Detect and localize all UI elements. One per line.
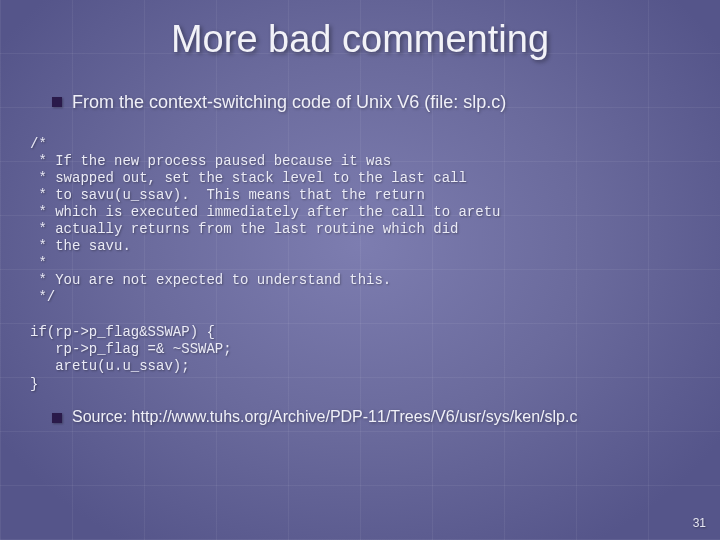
page-number: 31: [693, 516, 706, 530]
code-snippet-block: if(rp->p_flag&SSWAP) { rp->p_flag =& ~SS…: [0, 324, 720, 392]
bullet-icon: [52, 413, 62, 423]
bullet-text-context: From the context-switching code of Unix …: [72, 91, 506, 114]
bullet-icon: [52, 97, 62, 107]
bullet-text-source: Source: http://www.tuhs.org/Archive/PDP-…: [72, 407, 577, 427]
bullet-item-context: From the context-switching code of Unix …: [0, 91, 720, 114]
code-comment-block: /* * If the new process paused because i…: [0, 136, 720, 307]
bullet-item-source: Source: http://www.tuhs.org/Archive/PDP-…: [0, 407, 720, 427]
slide-title: More bad commenting: [0, 0, 720, 61]
